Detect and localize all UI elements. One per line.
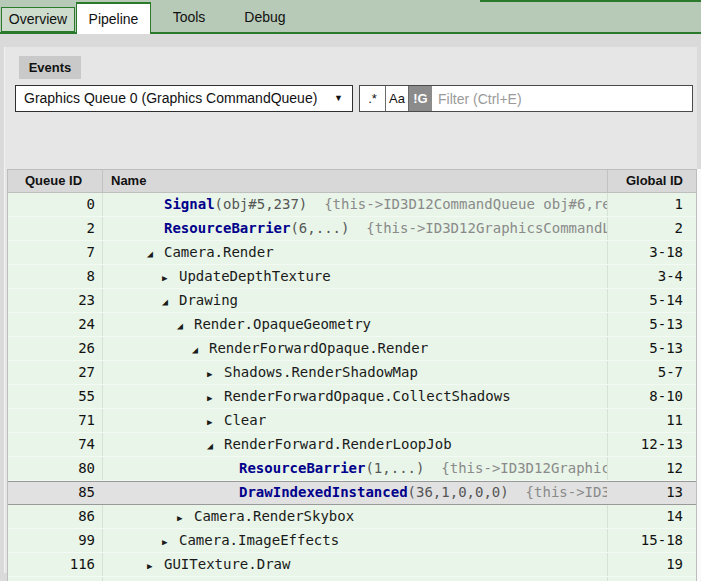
- name-cell: ▶GUITexture.Draw: [103, 577, 608, 581]
- tab-pipeline[interactable]: Pipeline: [76, 2, 151, 34]
- table-row[interactable]: 86▶Camera.RenderSkybox14: [8, 505, 696, 529]
- collapsed-icon[interactable]: ▶: [177, 507, 194, 528]
- event-annotation: {this->ID3D12GraphicsCommandL: [349, 220, 608, 236]
- name-cell: ◢Drawing: [103, 289, 608, 312]
- global-id-cell: 3-4: [608, 265, 696, 288]
- global-id-cell: 5-13: [608, 337, 696, 360]
- events-table: Queue ID Name Global ID 0Signal(obj#5,23…: [7, 169, 697, 581]
- table-row[interactable]: 74◢RenderForward.RenderLoopJob12-13: [8, 433, 696, 457]
- expanded-icon[interactable]: ◢: [147, 242, 164, 264]
- indent-spacer: [103, 376, 207, 377]
- name-cell: ResourceBarrier(1,...) {this->ID3D12Grap…: [103, 457, 608, 480]
- indent-spacer: [103, 304, 162, 305]
- table-row[interactable]: 8▶UpdateDepthTexture3-4: [8, 265, 696, 289]
- indent-spacer: [103, 544, 162, 545]
- table-row[interactable]: 27▶Shadows.RenderShadowMap5-7: [8, 361, 696, 385]
- table-row[interactable]: 116▶GUITexture.Draw19: [8, 553, 696, 577]
- regex-toggle-button[interactable]: .*: [360, 86, 386, 111]
- indent-spacer: [103, 328, 177, 329]
- table-row[interactable]: 80ResourceBarrier(1,...) {this->ID3D12Gr…: [8, 457, 696, 481]
- name-cell: ◢RenderForward.RenderLoopJob: [103, 433, 608, 456]
- table-row[interactable]: 126▶GUITexture.Draw20: [8, 577, 696, 581]
- queue-id-cell: 2: [8, 217, 103, 240]
- event-name: Drawing: [179, 292, 238, 308]
- event-annotation: {this->ID3: [509, 484, 608, 500]
- right-margin: [697, 169, 701, 581]
- indent-spacer: [103, 208, 147, 209]
- global-id-cell: 12: [608, 457, 696, 480]
- event-name: Camera.RenderSkybox: [194, 508, 354, 524]
- collapsed-icon[interactable]: ▶: [147, 555, 164, 576]
- table-header: Queue ID Name Global ID: [8, 170, 696, 193]
- column-header-name[interactable]: Name: [103, 170, 608, 192]
- collapsed-icon[interactable]: ▶: [162, 267, 179, 288]
- column-header-global-id[interactable]: Global ID: [608, 170, 696, 192]
- collapsed-icon[interactable]: ▶: [207, 411, 224, 432]
- event-name: RenderForwardOpaque.Render: [209, 340, 428, 356]
- tab-debug[interactable]: Debug: [227, 2, 303, 32]
- collapsed-icon[interactable]: ▶: [162, 531, 179, 552]
- table-row[interactable]: 0Signal(obj#5,237) {this->ID3D12CommandQ…: [8, 193, 696, 217]
- global-id-cell: 5-7: [608, 361, 696, 384]
- table-row[interactable]: 2ResourceBarrier(6,...) {this->ID3D12Gra…: [8, 217, 696, 241]
- collapsed-icon[interactable]: ▶: [207, 387, 224, 408]
- events-pane-tab[interactable]: Events: [19, 56, 81, 79]
- queue-dropdown[interactable]: Graphics Queue 0 (Graphics CommandQueue)…: [15, 85, 353, 112]
- column-header-queue-id[interactable]: Queue ID: [8, 170, 103, 192]
- exclude-toggle-button[interactable]: !G: [409, 86, 432, 111]
- event-name: UpdateDepthTexture: [179, 268, 331, 284]
- name-cell: Signal(obj#5,237) {this->ID3D12CommandQu…: [103, 193, 608, 216]
- tab-bar: Overview Pipeline Tools Debug: [0, 0, 701, 34]
- expanded-icon[interactable]: ◢: [192, 338, 209, 360]
- queue-id-cell: 23: [8, 289, 103, 312]
- event-name: Clear: [224, 412, 266, 428]
- indent-spacer: [103, 400, 207, 401]
- queue-id-cell: 0: [8, 193, 103, 216]
- queue-id-cell: 55: [8, 385, 103, 408]
- table-row[interactable]: 71▶Clear11: [8, 409, 696, 433]
- table-row[interactable]: 26◢RenderForwardOpaque.Render5-13: [8, 337, 696, 361]
- name-cell: ▶GUITexture.Draw: [103, 553, 608, 576]
- indent-spacer: [103, 568, 147, 569]
- event-annotation: {this->ID3D12CommandQueue obj#6,re: [307, 196, 608, 212]
- filter-toolbar: .* Aa !G: [359, 85, 693, 112]
- global-id-cell: 13: [608, 482, 696, 504]
- indent-spacer: [103, 352, 192, 353]
- queue-id-cell: 116: [8, 553, 103, 576]
- global-id-cell: 20: [608, 577, 696, 581]
- indent-spacer: [103, 496, 222, 497]
- name-cell: ▶Camera.RenderSkybox: [103, 505, 608, 528]
- chevron-down-icon: ▼: [334, 86, 343, 111]
- case-sensitive-toggle-button[interactable]: Aa: [386, 86, 409, 111]
- events-panel: Events Graphics Queue 0 (Graphics Comman…: [4, 47, 697, 573]
- indent-spacer: [103, 232, 147, 233]
- expanded-icon[interactable]: ◢: [177, 314, 194, 336]
- tab-tools[interactable]: Tools: [151, 2, 227, 32]
- indent-spacer: [103, 256, 147, 257]
- queue-id-cell: 27: [8, 361, 103, 384]
- table-row[interactable]: 85DrawIndexedInstanced(36,1,0,0,0) {this…: [8, 481, 696, 505]
- queue-id-cell: 86: [8, 505, 103, 528]
- queue-id-cell: 126: [8, 577, 103, 581]
- name-cell: ▶RenderForwardOpaque.CollectShadows: [103, 385, 608, 408]
- table-row[interactable]: 99▶Camera.ImageEffects15-18: [8, 529, 696, 553]
- global-id-cell: 12-13: [608, 433, 696, 456]
- top-divider-line: [480, 0, 701, 2]
- filter-input[interactable]: [432, 86, 692, 111]
- expanded-icon[interactable]: ◢: [207, 434, 224, 456]
- global-id-cell: 14: [608, 505, 696, 528]
- table-row[interactable]: 55▶RenderForwardOpaque.CollectShadows8-1…: [8, 385, 696, 409]
- queue-id-cell: 71: [8, 409, 103, 432]
- table-row[interactable]: 7◢Camera.Render3-18: [8, 241, 696, 265]
- global-id-cell: 5-14: [608, 289, 696, 312]
- global-id-cell: 5-13: [608, 313, 696, 336]
- table-row[interactable]: 23◢Drawing5-14: [8, 289, 696, 313]
- table-row[interactable]: 24◢Render.OpaqueGeometry5-13: [8, 313, 696, 337]
- queue-id-cell: 74: [8, 433, 103, 456]
- expanded-icon[interactable]: ◢: [162, 290, 179, 312]
- global-id-cell: 1: [608, 193, 696, 216]
- tab-overview[interactable]: Overview: [1, 7, 75, 32]
- name-cell: ▶UpdateDepthTexture: [103, 265, 608, 288]
- collapsed-icon[interactable]: ▶: [207, 363, 224, 384]
- global-id-cell: 19: [608, 553, 696, 576]
